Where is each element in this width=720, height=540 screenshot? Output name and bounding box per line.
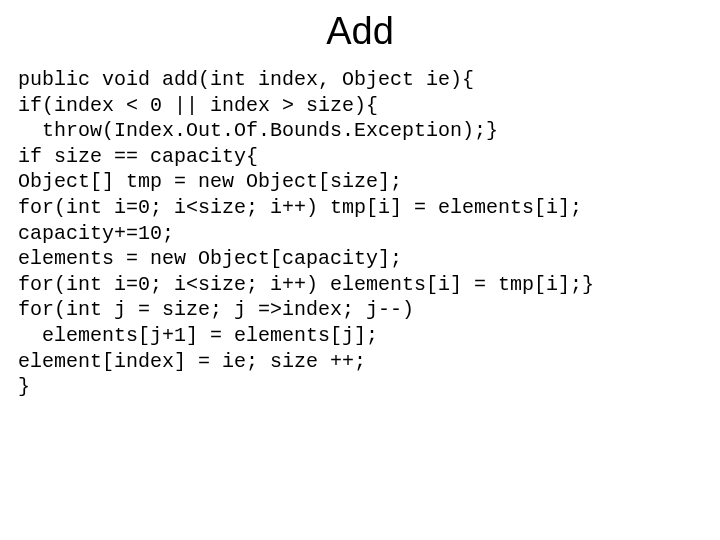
code-line: elements = new Object[capacity]; — [18, 247, 402, 270]
code-line: capacity+=10; — [18, 222, 174, 245]
code-line: public void add(int index, Object ie){ — [18, 68, 474, 91]
code-line: for(int i=0; i<size; i++) elements[i] = … — [18, 273, 594, 296]
code-line: for(int j = size; j =>index; j--) — [18, 298, 414, 321]
code-line: if(index < 0 || index > size){ — [18, 94, 378, 117]
slide-title: Add — [18, 10, 702, 53]
code-line: if size == capacity{ — [18, 145, 258, 168]
code-line: element[index] = ie; size ++; — [18, 350, 366, 373]
code-line: Object[] tmp = new Object[size]; — [18, 170, 402, 193]
code-line: for(int i=0; i<size; i++) tmp[i] = eleme… — [18, 196, 582, 219]
code-line: throw(Index.Out.Of.Bounds.Exception);} — [18, 119, 498, 142]
code-line: elements[j+1] = elements[j]; — [18, 324, 378, 347]
code-line: } — [18, 375, 30, 398]
code-block: public void add(int index, Object ie){ i… — [18, 67, 702, 400]
